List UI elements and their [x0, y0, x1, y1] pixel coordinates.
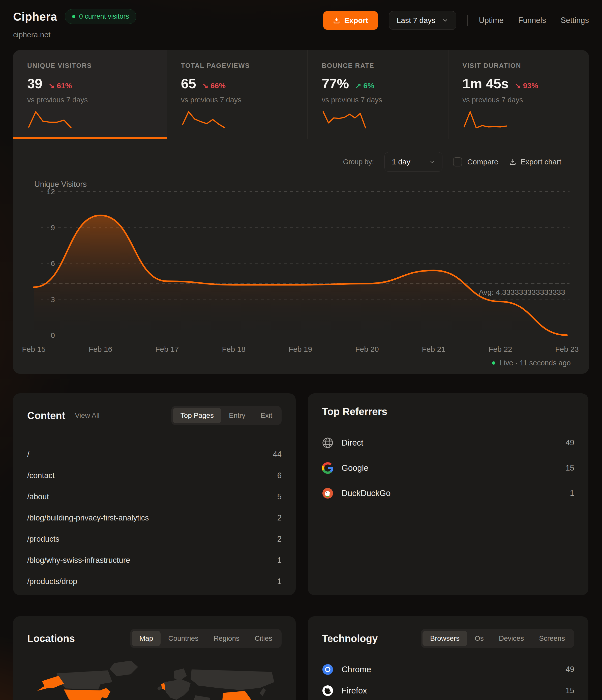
tab-countries[interactable]: Countries: [160, 631, 206, 646]
technology-panel: Technology Browsers Os Devices Screens: [308, 616, 588, 700]
svg-text:Feb 21: Feb 21: [422, 345, 446, 353]
table-row[interactable]: /blog/building-privacy-first-analytics2: [27, 513, 282, 523]
table-row[interactable]: /products2: [27, 534, 282, 544]
browsers-list: Chrome 49 Firefox 15: [322, 662, 574, 700]
list-item[interactable]: DuckDuckGo 1: [322, 485, 574, 501]
sparkline-chart: [27, 110, 73, 129]
stat-label: VISIT DURATION: [462, 62, 581, 70]
main-nav: Uptime Funnels Settings: [479, 16, 589, 25]
tab-map[interactable]: Map: [132, 631, 160, 646]
compare-label: Compare: [467, 157, 498, 166]
locations-panel: Locations Map Countries Regions Cities: [13, 616, 296, 700]
nav-settings[interactable]: Settings: [561, 16, 589, 25]
chart-section: Group by: 1 day Compare Export chart: [13, 139, 589, 374]
table-row[interactable]: /blog/why-swiss-infrastructure1: [27, 555, 282, 565]
list-item[interactable]: Chrome 49: [322, 662, 574, 677]
svg-text:6: 6: [51, 259, 55, 268]
export-chart-button[interactable]: Export chart: [509, 157, 561, 166]
tab-exit[interactable]: Exit: [253, 408, 280, 423]
stat-change-badge: ↘66%: [202, 81, 226, 90]
sparkline-chart: [322, 110, 367, 129]
content-panel: Content View All Top Pages Entry Exit /4…: [13, 393, 296, 595]
download-icon: [333, 17, 340, 24]
stat-change-badge: ↗6%: [355, 81, 374, 90]
nav-funnels[interactable]: Funnels: [518, 16, 546, 25]
globe-icon: [322, 437, 333, 449]
sparkline-chart: [462, 110, 508, 129]
stat-label: BOUNCE RATE: [322, 62, 441, 70]
tab-devices[interactable]: Devices: [491, 631, 532, 646]
group-by-select[interactable]: 1 day: [384, 152, 443, 172]
panels-row-1: Content View All Top Pages Entry Exit /4…: [13, 393, 589, 595]
tab-entry[interactable]: Entry: [221, 408, 253, 423]
table-row[interactable]: /products/drop1: [27, 576, 282, 586]
svg-text:Feb 20: Feb 20: [355, 345, 379, 353]
main-chart: Unique Visitors 036912Avg: 4.33333333333…: [13, 181, 589, 358]
stat-total-pageviews[interactable]: TOTAL PAGEVIEWS 65 ↘66% vs previous 7 da…: [167, 50, 307, 139]
list-item[interactable]: Google 15: [322, 460, 574, 476]
stat-visit-duration[interactable]: VISIT DURATION 1m 45s ↘93% vs previous 7…: [448, 50, 589, 139]
tab-browsers[interactable]: Browsers: [423, 631, 467, 646]
stat-label: UNIQUE VISITORS: [27, 62, 159, 70]
table-row[interactable]: /about5: [27, 492, 282, 502]
continent-europe: [164, 679, 191, 700]
locations-panel-title: Locations: [27, 633, 75, 644]
table-row[interactable]: /contact6: [27, 471, 282, 481]
svg-text:Feb 16: Feb 16: [89, 345, 112, 353]
chrome-icon: [322, 664, 333, 675]
tab-regions[interactable]: Regions: [206, 631, 247, 646]
stat-value: 77%: [322, 76, 349, 91]
analytics-card: UNIQUE VISITORS 39 ↘61% vs previous 7 da…: [13, 50, 589, 374]
country-china: [222, 691, 251, 700]
tab-cities[interactable]: Cities: [247, 631, 280, 646]
export-chart-label: Export chart: [521, 157, 561, 166]
content-panel-title: Content: [27, 410, 65, 421]
duckduckgo-icon: [322, 488, 333, 499]
region-scandinavia: [174, 669, 186, 681]
site-domain: ciphera.net: [13, 30, 136, 39]
date-range-select[interactable]: Last 7 days: [389, 11, 456, 30]
svg-text:Feb 17: Feb 17: [155, 345, 179, 353]
current-visitors-badge: 0 current visitors: [65, 9, 136, 24]
list-item[interactable]: Firefox 15: [322, 683, 574, 698]
view-all-link[interactable]: View All: [75, 411, 100, 420]
country-japan: [260, 688, 266, 696]
top-pages-list: /44 /contact6 /about5 /blog/building-pri…: [27, 449, 282, 586]
export-button[interactable]: Export: [323, 11, 378, 30]
date-range-value: Last 7 days: [397, 16, 435, 25]
visitors-area-chart: 036912Avg: 4.333333333333333Feb 15Feb 16…: [13, 181, 588, 358]
firefox-icon: [322, 685, 333, 697]
table-row[interactable]: /44: [27, 449, 282, 459]
live-dot-icon: [72, 15, 75, 18]
tab-screens[interactable]: Screens: [531, 631, 573, 646]
stat-change-badge: ↘61%: [48, 81, 72, 90]
region-middle-east: [193, 696, 210, 700]
country-greenland: [110, 661, 138, 676]
chart-controls: Group by: 1 day Compare Export chart: [13, 153, 589, 171]
trend-arrow-icon: ↘: [48, 81, 55, 90]
referrers-list: Direct 49 Google 15: [322, 435, 574, 501]
tab-top-pages[interactable]: Top Pages: [173, 408, 221, 423]
world-map[interactable]: [27, 659, 282, 700]
svg-text:Feb 19: Feb 19: [289, 345, 312, 353]
stat-value: 1m 45s: [462, 76, 509, 91]
stat-unique-visitors[interactable]: UNIQUE VISITORS 39 ↘61% vs previous 7 da…: [13, 50, 167, 139]
google-icon: [322, 462, 333, 474]
country-russia: [191, 670, 274, 690]
tab-os[interactable]: Os: [467, 631, 491, 646]
svg-text:Feb 22: Feb 22: [488, 345, 512, 353]
compare-toggle[interactable]: Compare: [453, 157, 498, 167]
stat-comparison-label: vs previous 7 days: [27, 96, 159, 104]
brand-block: Ciphera 0 current visitors ciphera.net: [13, 9, 136, 39]
list-item[interactable]: Direct 49: [322, 435, 574, 451]
export-button-label: Export: [344, 16, 368, 25]
nav-uptime[interactable]: Uptime: [479, 16, 503, 25]
stat-comparison-label: vs previous 7 days: [181, 96, 300, 104]
sparkline-chart: [181, 110, 226, 129]
compare-checkbox[interactable]: [453, 157, 462, 167]
stat-label: TOTAL PAGEVIEWS: [181, 62, 300, 70]
technology-panel-title: Technology: [322, 633, 378, 644]
live-status: Live · 11 seconds ago: [13, 359, 589, 367]
stat-bounce-rate[interactable]: BOUNCE RATE 77% ↗6% vs previous 7 days: [307, 50, 448, 139]
svg-text:Avg: 4.333333333333333: Avg: 4.333333333333333: [479, 288, 565, 296]
